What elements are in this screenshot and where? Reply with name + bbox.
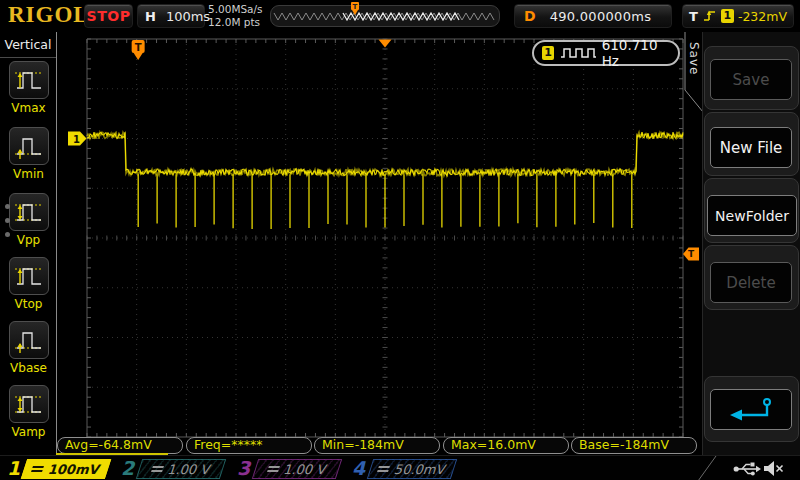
delay-value: 490.000000ms [550, 9, 652, 24]
trigger-position-flag: T [132, 40, 145, 60]
trigger-slope-icon [702, 8, 717, 24]
acquisition-info: 5.00MSa/s 12.0M pts [208, 3, 263, 29]
new-folder-button[interactable]: NewFolder [707, 195, 797, 236]
record-trigger-position-icon: T [349, 2, 361, 16]
trigger-delay-box[interactable]: D 490.000000ms [514, 4, 672, 28]
ch1-offset-marker: 1 [68, 132, 87, 146]
delay-label: D [524, 8, 536, 24]
waveform-display: 1TT [0, 32, 702, 455]
trigger-label: T [689, 9, 698, 24]
svg-text:1: 1 [73, 134, 80, 145]
horizontal-label: H [145, 9, 156, 24]
delete-button[interactable]: Delete [710, 262, 792, 303]
top-status-bar: RIGOL STOP H 100ms 5.00MSa/s 12.0M pts T… [0, 0, 800, 32]
return-arrow-icon [721, 395, 781, 425]
speaker-muted-icon [763, 459, 785, 478]
horizontal-scale-box[interactable]: H 100ms [137, 4, 205, 28]
trigger-level-value: -232mV [738, 9, 787, 24]
channel-1-status[interactable]: 100mV [21, 459, 111, 479]
channel-3-status[interactable]: 1.00 V [252, 459, 342, 479]
usb-icon [733, 461, 761, 477]
bar-divider [696, 456, 722, 480]
waveform-record-bar[interactable]: T [270, 5, 500, 27]
svg-text:T: T [353, 3, 358, 11]
channel-4-status[interactable]: 50.0mV [367, 459, 457, 479]
channel-2-status[interactable]: 1.00 V [136, 459, 226, 479]
horizontal-scale-value: 100ms [166, 9, 210, 24]
rigol-logo: RIGOL [8, 2, 90, 28]
new-file-button[interactable]: New File [710, 127, 792, 168]
coupling-icon [377, 466, 390, 472]
save-button[interactable]: Save [710, 59, 792, 100]
measurement-max: Max=16.0mV [443, 437, 569, 454]
oscilloscope-screen: RIGOL STOP H 100ms 5.00MSa/s 12.0M pts T… [0, 0, 800, 480]
svg-text:T: T [688, 249, 695, 259]
svg-text:T: T [135, 42, 142, 53]
trigger-status-box[interactable]: T 1 -232mV [682, 4, 794, 28]
menu-tab-title: Save [685, 42, 701, 98]
square-wave-icon [560, 46, 595, 60]
coupling-icon [267, 466, 280, 472]
measurement-avg: Avg=-64.8mV [57, 437, 183, 454]
run-state-indicator[interactable]: STOP [84, 4, 133, 28]
freq-counter-channel-badge: 1 [542, 46, 554, 60]
coupling-icon [31, 466, 44, 472]
measurement-min: Min=-184mV [314, 437, 440, 454]
memory-depth: 12.0M pts [208, 16, 263, 29]
frequency-counter: 1 610.710 Hz [532, 40, 680, 66]
return-button[interactable] [710, 389, 792, 430]
channel-2-number: 2 [121, 457, 134, 479]
soft-menu-panel: Save New File NewFolder Delete [702, 32, 800, 455]
horizontal-center-marker [379, 40, 392, 48]
coupling-icon [151, 466, 164, 472]
trigger-source-badge: 1 [721, 9, 734, 23]
record-preview-wave [271, 6, 499, 26]
channel-3-scale: 1.00 V [282, 462, 329, 477]
measurement-base: Base=-184mV [571, 437, 697, 454]
trigger-level-marker: T [683, 247, 699, 260]
channel-4-number: 4 [352, 457, 365, 479]
channel-1-scale: 100mV [47, 462, 103, 477]
frequency-value: 610.710 Hz [602, 37, 670, 69]
run-state-label: STOP [87, 8, 131, 24]
measurement-freq: Freq=***** [186, 437, 312, 454]
channel-3-number: 3 [237, 457, 250, 479]
sample-rate: 5.00MSa/s [208, 3, 263, 16]
channel-1-number: 1 [7, 457, 20, 479]
channel-2-scale: 1.00 V [166, 462, 213, 477]
channel-status-bar: 1 100mV 2 1.00 V 3 1.00 V 4 50.0mV [0, 455, 800, 480]
channel-4-scale: 50.0mV [393, 462, 448, 477]
